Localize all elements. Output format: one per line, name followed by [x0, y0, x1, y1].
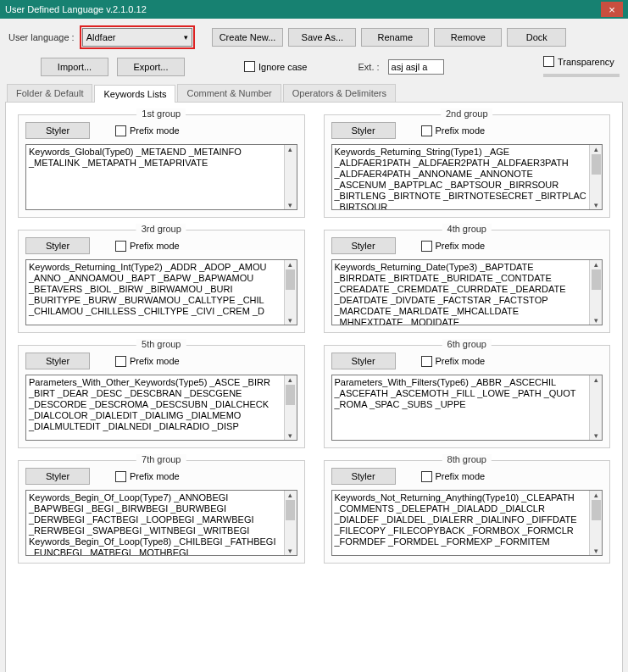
styler-button[interactable]: Styler [25, 122, 90, 139]
scrollbar[interactable]: ▴▾ [284, 375, 297, 440]
scroll-thumb[interactable] [592, 500, 601, 520]
save-as-button[interactable]: Save As... [288, 28, 356, 47]
scroll-down-icon[interactable]: ▾ [288, 547, 292, 555]
tab-comment-number[interactable]: Comment & Number [177, 84, 281, 102]
ignore-case-checkbox[interactable]: Ignore case [244, 61, 307, 72]
scroll-thumb[interactable] [592, 269, 601, 290]
keywords-textarea[interactable]: Keywords_Returning_Int(Type2) _ADDR _ADO… [25, 259, 297, 325]
close-icon[interactable]: × [601, 2, 623, 17]
scroll-up-icon[interactable]: ▴ [594, 375, 598, 384]
keywords-textarea[interactable]: Keywords_Begin_Of_Loop(Type7) _ANNOBEGI … [25, 490, 297, 556]
scrollbar[interactable]: ▴▾ [589, 491, 602, 555]
prefix-mode-label: Prefix mode [130, 471, 180, 481]
prefix-mode-label: Prefix mode [436, 241, 486, 251]
scroll-down-icon[interactable]: ▾ [594, 547, 598, 555]
prefix-mode-checkbox[interactable]: Prefix mode [115, 356, 180, 367]
tab-operators-delimiters[interactable]: Operators & Delimiters [283, 84, 396, 102]
styler-button[interactable]: Styler [331, 468, 396, 485]
scroll-down-icon[interactable]: ▾ [288, 316, 292, 325]
scroll-up-icon[interactable]: ▴ [288, 491, 292, 499]
scroll-down-icon[interactable]: ▾ [594, 201, 598, 209]
keywords-textarea[interactable]: Keywords_Not_Returning_Anything(Type10) … [331, 490, 603, 556]
group-title: 7th group [136, 454, 186, 464]
group-title: 2nd group [441, 108, 493, 119]
prefix-mode-checkbox[interactable]: Prefix mode [421, 125, 486, 136]
group-title: 5th group [136, 339, 186, 349]
keyword-group: 5th groupStylerPrefix modeParameters_Wit… [18, 345, 305, 448]
keywords-textarea[interactable]: Parameters_With_Other_Keywords(Type5) _A… [25, 375, 297, 441]
keyword-group: 8th groupStylerPrefix modeKeywords_Not_R… [324, 460, 611, 564]
prefix-mode-label: Prefix mode [436, 356, 486, 366]
transparency-checkbox[interactable]: Transparency [543, 56, 614, 67]
scrollbar[interactable]: ▴▾ [284, 491, 297, 555]
ext-input[interactable]: asj asjl a [388, 59, 444, 75]
prefix-mode-label: Prefix mode [436, 125, 486, 136]
group-title: 1st group [136, 108, 186, 119]
group-header: StylerPrefix mode [25, 353, 297, 369]
scroll-down-icon[interactable]: ▾ [594, 431, 598, 440]
titlebar: User Defined Language v.2.1.0.12 × [0, 0, 628, 19]
keywords-textarea[interactable]: Keywords_Global(Type0) _METAEND _METAINF… [25, 144, 297, 210]
prefix-mode-checkbox[interactable]: Prefix mode [115, 125, 180, 136]
styler-button[interactable]: Styler [25, 468, 90, 485]
transparency-slider[interactable] [543, 74, 620, 77]
scroll-thumb[interactable] [286, 269, 295, 290]
user-language-label: User language : [8, 32, 75, 42]
keywords-text: Keywords_Not_Returning_Anything(Type10) … [332, 491, 590, 555]
scrollbar[interactable]: ▴▾ [589, 375, 602, 440]
ext-value: asj asjl a [392, 62, 428, 72]
styler-button[interactable]: Styler [331, 353, 396, 369]
prefix-mode-checkbox[interactable]: Prefix mode [115, 241, 180, 252]
toolbar-row-1: User language : Aldfaer ▾ Create New... … [0, 19, 628, 53]
scroll-up-icon[interactable]: ▴ [594, 145, 598, 153]
scroll-thumb[interactable] [592, 154, 601, 175]
group-title: 4th group [442, 224, 492, 234]
scroll-up-icon[interactable]: ▴ [288, 375, 292, 384]
keyword-group: 2nd groupStylerPrefix modeKeywords_Retur… [324, 114, 611, 218]
group-title: 3rd group [136, 224, 186, 234]
tab-body: 1st groupStylerPrefix modeKeywords_Globa… [5, 102, 623, 672]
scrollbar[interactable]: ▴▾ [284, 145, 297, 209]
scrollbar[interactable]: ▴▾ [589, 145, 602, 209]
export-button[interactable]: Export... [117, 58, 185, 76]
scroll-up-icon[interactable]: ▴ [288, 260, 292, 269]
prefix-mode-label: Prefix mode [436, 471, 486, 481]
remove-button[interactable]: Remove [434, 28, 502, 47]
groups-grid: 1st groupStylerPrefix modeKeywords_Globa… [18, 114, 610, 564]
checkbox-icon [421, 471, 432, 482]
keywords-textarea[interactable]: Parameters_With_Filters(Type6) _ABBR _AS… [331, 375, 603, 441]
scroll-down-icon[interactable]: ▾ [594, 316, 598, 325]
styler-button[interactable]: Styler [25, 353, 90, 369]
create-new-button[interactable]: Create New... [212, 28, 284, 47]
language-select[interactable]: Aldfaer ▾ [82, 28, 192, 47]
styler-button[interactable]: Styler [25, 237, 90, 254]
prefix-mode-checkbox[interactable]: Prefix mode [115, 471, 180, 482]
scroll-thumb[interactable] [286, 385, 295, 405]
scroll-down-icon[interactable]: ▾ [288, 431, 292, 440]
styler-button[interactable]: Styler [331, 237, 396, 254]
styler-button[interactable]: Styler [331, 122, 396, 139]
keywords-text: Parameters_With_Filters(Type6) _ABBR _AS… [332, 375, 590, 440]
prefix-mode-checkbox[interactable]: Prefix mode [421, 356, 486, 367]
scroll-thumb[interactable] [286, 500, 295, 520]
import-button[interactable]: Import... [41, 58, 108, 76]
tab-folder-default[interactable]: Folder & Default [7, 84, 92, 102]
tab-keywords-lists[interactable]: Keywords Lists [94, 85, 175, 103]
rename-button[interactable]: Rename [361, 28, 429, 47]
scroll-up-icon[interactable]: ▴ [288, 145, 292, 153]
scrollbar[interactable]: ▴▾ [589, 260, 602, 325]
prefix-mode-checkbox[interactable]: Prefix mode [421, 471, 486, 482]
scrollbar[interactable]: ▴▾ [284, 260, 297, 325]
keywords-textarea[interactable]: Keywords_Returning_String(Type1) _AGE _A… [331, 144, 603, 210]
language-select-highlight: Aldfaer ▾ [80, 25, 195, 49]
tab-strip: Folder & Default Keywords Lists Comment … [0, 84, 628, 102]
keywords-text: Keywords_Begin_Of_Loop(Type7) _ANNOBEGI … [26, 491, 284, 555]
scroll-down-icon[interactable]: ▾ [288, 201, 292, 209]
keyword-group: 7th groupStylerPrefix modeKeywords_Begin… [18, 460, 305, 564]
prefix-mode-checkbox[interactable]: Prefix mode [421, 241, 486, 252]
keywords-textarea[interactable]: Keywords_Returning_Date(Type3) _BAPTDATE… [331, 259, 603, 325]
scroll-up-icon[interactable]: ▴ [594, 260, 598, 269]
scroll-up-icon[interactable]: ▴ [594, 491, 598, 499]
group-header: StylerPrefix mode [331, 237, 603, 254]
dock-button[interactable]: Dock [507, 28, 566, 47]
